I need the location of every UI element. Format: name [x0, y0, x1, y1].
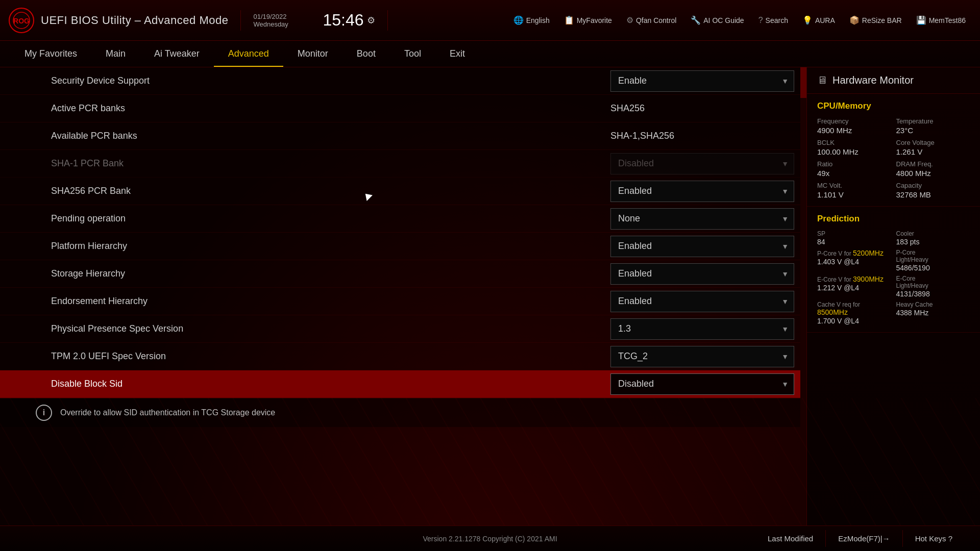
setting-label-endorse: Endorsement Hierarchy: [51, 296, 610, 307]
tool-memtest-label: MemTest86: [929, 16, 966, 24]
hw-item-temperature: Temperature 23°C: [896, 117, 970, 135]
pred-label-sp: SP: [817, 230, 891, 237]
info-icon: i: [36, 405, 52, 421]
pred-item-cache-v: Cache V req for 8500MHz 1.700 V @L4: [817, 301, 891, 325]
pred-value-pcore-v: 1.403 V @L4: [817, 258, 891, 266]
table-row: Endorsement Hierarchy Enabled ▼: [0, 288, 806, 315]
setting-dropdown-tpm[interactable]: TCG_2 ▼: [610, 346, 794, 367]
pred-item-pcore-v: P-Core V for 5200MHz 1.403 V @L4: [817, 249, 891, 272]
table-row[interactable]: Disable Block Sid Disabled ▼: [0, 370, 806, 398]
tool-myfavorite-label: MyFavorite: [577, 16, 612, 24]
tool-qfan-label: Qfan Control: [636, 16, 676, 24]
nav-tool[interactable]: Tool: [390, 41, 435, 67]
prediction-grid: SP 84 Cooler 183 pts P-Core V for 5200MH…: [817, 230, 970, 325]
hw-monitor-panel: 🖥 Hardware Monitor CPU/Memory Frequency …: [806, 67, 980, 525]
svg-text:ROG: ROG: [13, 17, 30, 25]
cpu-memory-section: CPU/Memory Frequency 4900 MHz Temperatur…: [807, 94, 980, 207]
scrollbar-thumb[interactable]: [800, 67, 806, 98]
tool-search-label: Search: [766, 16, 788, 24]
nav-advanced[interactable]: Advanced: [214, 41, 283, 67]
date-display: 01/19/2022Wednesday: [253, 13, 288, 28]
setting-label-platform: Platform Hierarchy: [51, 241, 610, 252]
setting-dropdown-pending[interactable]: None ▼: [610, 208, 794, 230]
chevron-down-icon: ▼: [781, 325, 789, 333]
tool-english[interactable]: 🌐 English: [507, 12, 556, 28]
nav-favorites[interactable]: My Favorites: [10, 41, 91, 67]
hw-item-ratio: Ratio 49x: [817, 160, 891, 178]
tool-aura[interactable]: 💡 AURA: [796, 12, 841, 28]
rog-logo: ROG: [8, 7, 35, 34]
tool-search[interactable]: ? Search: [752, 13, 794, 28]
time-settings-icon[interactable]: ⚙: [367, 15, 375, 26]
pred-value-cache-v: 1.700 V @L4: [817, 317, 891, 325]
tool-resize[interactable]: 📦 ReSize BAR: [843, 12, 908, 28]
pred-value-sp: 84: [817, 238, 891, 246]
last-modified-button[interactable]: Last Modified: [755, 530, 825, 547]
nav-bar: My Favorites Main Ai Tweaker Advanced Mo…: [0, 41, 980, 67]
hw-monitor-header: 🖥 Hardware Monitor: [807, 67, 980, 94]
tool-aura-label: AURA: [815, 16, 835, 24]
pred-value-pcore-lh: 5486/5190: [896, 264, 970, 272]
tool-memtest[interactable]: 💾 MemTest86: [910, 12, 972, 28]
setting-label-pending: Pending operation: [51, 213, 610, 224]
setting-dropdown-sha256[interactable]: Enabled ▼: [610, 181, 794, 202]
aioc-icon: 🔧: [691, 15, 701, 25]
nav-main[interactable]: Main: [91, 41, 140, 67]
setting-label-storage: Storage Hierarchy: [51, 268, 610, 279]
pred-item-pcore-lh: P-CoreLight/Heavy 5486/5190: [896, 249, 970, 272]
logo-area: ROG UEFI BIOS Utility – Advanced Mode: [8, 7, 228, 34]
aura-icon: 💡: [802, 15, 813, 25]
hot-keys-button[interactable]: Hot Keys ?: [902, 530, 965, 547]
setting-dropdown-phys-presence[interactable]: 1.3 ▼: [610, 318, 794, 340]
hw-item-frequency: Frequency 4900 MHz: [817, 117, 891, 135]
tool-qfan[interactable]: ⚙ Qfan Control: [620, 12, 682, 28]
nav-boot[interactable]: Boot: [342, 41, 390, 67]
setting-dropdown-storage[interactable]: Enabled ▼: [610, 263, 794, 285]
hw-label-dram-freq: DRAM Freq.: [896, 160, 970, 168]
time-display: 15:46: [323, 11, 363, 30]
table-row: SHA-1 PCR Bank Disabled ▼: [0, 150, 806, 178]
setting-dropdown-security[interactable]: Enable ▼: [610, 70, 794, 92]
pred-item-cooler: Cooler 183 pts: [896, 230, 970, 246]
setting-dropdown-disable-block[interactable]: Disabled ▼: [610, 373, 794, 395]
globe-icon: 🌐: [513, 15, 524, 25]
setting-label-avail-pcr: Available PCR banks: [51, 131, 610, 141]
setting-label-phys-presence: Physical Presence Spec Version: [51, 323, 610, 334]
ezmode-button[interactable]: EzMode(F7)|→: [825, 530, 902, 547]
hw-value-dram-freq: 4800 MHz: [896, 169, 970, 178]
settings-scrollbar[interactable]: [800, 67, 806, 525]
tool-aioc-label: AI OC Guide: [703, 16, 744, 24]
hw-label-temperature: Temperature: [896, 117, 970, 125]
tool-myfavorite[interactable]: 📋 MyFavorite: [558, 12, 618, 28]
cpu-memory-grid: Frequency 4900 MHz Temperature 23°C BCLK…: [817, 117, 970, 199]
table-row: Storage Hierarchy Enabled ▼: [0, 260, 806, 288]
chevron-down-icon: ▼: [781, 353, 789, 361]
table-row: TPM 2.0 UEFI Spec Version TCG_2 ▼: [0, 343, 806, 370]
pred-value-ecore-lh: 4131/3898: [896, 290, 970, 298]
table-row: Active PCR banks SHA256: [0, 95, 806, 122]
hw-label-capacity: Capacity: [896, 182, 970, 189]
hw-label-mc-volt: MC Volt.: [817, 182, 891, 189]
header: ROG UEFI BIOS Utility – Advanced Mode 01…: [0, 0, 980, 41]
hw-value-frequency: 4900 MHz: [817, 126, 891, 135]
hw-item-bclk: BCLK 100.00 MHz: [817, 139, 891, 156]
setting-dropdown-endorse[interactable]: Enabled ▼: [610, 291, 794, 312]
table-row: Pending operation None ▼: [0, 205, 806, 233]
hw-label-core-voltage: Core Voltage: [896, 139, 970, 146]
prediction-section: Prediction SP 84 Cooler 183 pts P-Core V…: [807, 207, 980, 333]
setting-label-sha1: SHA-1 PCR Bank: [51, 158, 610, 169]
memtest-icon: 💾: [916, 15, 926, 25]
nav-exit[interactable]: Exit: [435, 41, 479, 67]
chevron-down-icon: ▼: [781, 215, 789, 223]
pred-label-heavy-cache: Heavy Cache: [896, 301, 970, 308]
pred-item-heavy-cache: Heavy Cache 4388 MHz: [896, 301, 970, 325]
version-text: Version 2.21.1278 Copyright (C) 2021 AMI: [423, 535, 557, 543]
tool-aioc[interactable]: 🔧 AI OC Guide: [684, 12, 750, 28]
nav-aitweaker[interactable]: Ai Tweaker: [140, 41, 214, 67]
setting-dropdown-platform[interactable]: Enabled ▼: [610, 236, 794, 257]
nav-monitor[interactable]: Monitor: [283, 41, 342, 67]
pred-value-pcore-freq: 5200MHz: [853, 249, 884, 257]
hw-item-core-voltage: Core Voltage 1.261 V: [896, 139, 970, 156]
setting-label-active-pcr: Active PCR banks: [51, 103, 610, 114]
footer: Version 2.21.1278 Copyright (C) 2021 AMI…: [0, 525, 980, 551]
